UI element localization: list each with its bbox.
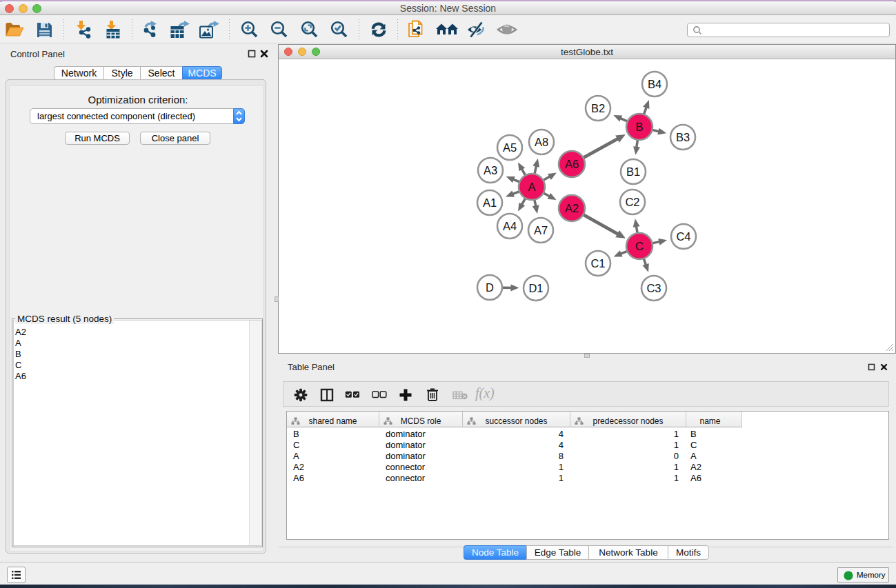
svg-text:A5: A5 — [503, 141, 517, 154]
svg-text:A6: A6 — [565, 158, 579, 170]
svg-text:B1: B1 — [626, 165, 640, 178]
svg-text:A7: A7 — [534, 224, 548, 236]
svg-text:A2: A2 — [565, 202, 579, 214]
svg-text:C3: C3 — [646, 282, 661, 294]
svg-text:D: D — [486, 281, 494, 294]
svg-text:D1: D1 — [528, 282, 543, 294]
svg-text:C1: C1 — [590, 257, 605, 270]
svg-text:C4: C4 — [676, 230, 690, 243]
svg-text:A4: A4 — [503, 220, 517, 232]
svg-text:A: A — [528, 181, 535, 193]
svg-text:C2: C2 — [625, 196, 639, 208]
svg-text:C: C — [635, 240, 644, 252]
svg-text:A8: A8 — [535, 136, 548, 148]
svg-text:B2: B2 — [591, 102, 605, 114]
svg-text:B4: B4 — [648, 78, 661, 90]
svg-text:B: B — [635, 121, 643, 133]
svg-text:B3: B3 — [676, 131, 690, 143]
svg-text:A1: A1 — [483, 196, 497, 209]
svg-text:A3: A3 — [484, 164, 497, 176]
